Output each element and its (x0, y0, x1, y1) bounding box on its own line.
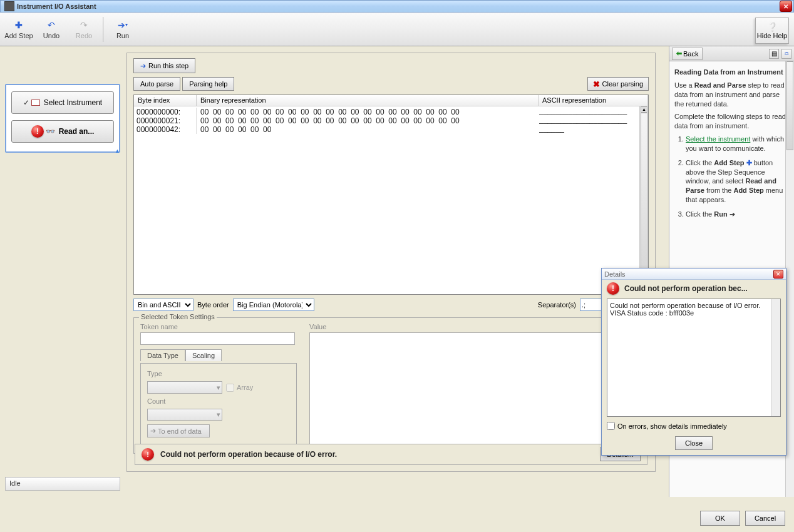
help-text: from the (706, 187, 733, 194)
token-settings-legend: Selected Token Settings (139, 313, 217, 320)
details-checkbox[interactable] (607, 422, 615, 430)
byte-order-label: Byte order (197, 301, 229, 309)
to-end-arrow-icon: ➔ (150, 427, 156, 435)
help-text: Click the (686, 159, 714, 166)
back-label: Back (683, 50, 698, 58)
help-text: Complete the following steps to read dat… (674, 112, 789, 131)
details-close-button[interactable]: ✕ (773, 270, 783, 279)
array-checkbox-label[interactable]: Array (226, 384, 253, 392)
details-dialog: Details ✕ ! Could not perform operation … (601, 268, 786, 456)
hex-index: 0000000042: (134, 125, 197, 134)
details-textarea[interactable]: Could not perform operation because of I… (607, 299, 781, 417)
undo-icon: ↶ (46, 19, 57, 31)
add-step-button[interactable]: ✚ Add Step (4, 14, 34, 44)
plus-icon: ✚ (746, 159, 754, 166)
help-step-2: Click the Add Step ✚ button above the St… (686, 158, 789, 205)
step-select-instrument[interactable]: ✓ Select Instrument (11, 91, 114, 114)
ok-button[interactable]: OK (700, 511, 740, 526)
help-bold: Read and Parse (694, 81, 746, 89)
clear-parsing-label: Clear parsing (602, 80, 643, 88)
col-binary: Binary representation (197, 95, 539, 106)
parsing-help-label: Parsing help (189, 80, 227, 88)
hex-index: 0000000021: (134, 116, 197, 125)
view-mode-select[interactable]: Bin and ASCII (133, 299, 193, 311)
view-row: Bin and ASCII Byte order Big Endian (Mot… (133, 299, 649, 311)
scroll-thumb[interactable] (641, 113, 647, 287)
help-heading: Reading Data from an Instrument (674, 68, 783, 76)
step-sequence: ✓ Select Instrument ! 👓 Read an... (5, 84, 120, 153)
type-select[interactable]: ▾ (147, 381, 222, 394)
window-close-button[interactable]: ✕ (780, 1, 792, 12)
hex-body[interactable]: 0000000000: 00 00 00 00 00 00 00 00 00 0… (134, 106, 648, 294)
instrument-icon (31, 100, 40, 106)
help-back-button[interactable]: ⬅ Back (672, 48, 703, 60)
to-end-of-data-button[interactable]: ➔ To end of data (147, 424, 210, 437)
checkmark-icon: ✓ (23, 98, 29, 107)
hex-index: 0000000000: (134, 108, 197, 116)
help-collapse-icon[interactable]: ≏ (781, 49, 791, 59)
details-title: Details (604, 270, 626, 278)
help-header: ⬅ Back ▤ ≏ (669, 46, 794, 61)
hex-scrollbar[interactable]: ▲ ▼ (639, 106, 648, 294)
ascii-row: _____________________ (539, 106, 639, 115)
run-this-step-button[interactable]: ➔ Run this step (133, 58, 195, 73)
step-read-and-parse[interactable]: ! 👓 Read an... (11, 120, 114, 143)
count-select[interactable]: ▾ (147, 409, 222, 421)
hide-help-button[interactable]: ❔ Hide Help (755, 18, 789, 44)
help-text: Use a (674, 81, 694, 89)
array-checkbox[interactable] (226, 384, 234, 392)
scroll-up-icon[interactable]: ▲ (641, 106, 647, 113)
details-check-label: On errors, show details immediately (617, 422, 727, 430)
clear-parsing-button[interactable]: ✖ Clear parsing (587, 77, 649, 91)
details-on-errors-checkbox[interactable]: On errors, show details immediately (602, 418, 786, 434)
window-title: Instrument I/O Assistant (17, 3, 780, 10)
details-footer: Close (602, 434, 786, 455)
help-index-icon[interactable]: ▤ (769, 49, 779, 59)
link-select-instrument[interactable]: Select the instrument (686, 135, 750, 143)
col-ascii: ASCII representation (539, 95, 648, 106)
toolbar-separator (103, 17, 104, 42)
token-settings-group: Selected Token Settings Token name Data … (133, 317, 649, 454)
redo-button: ↷ Redo (69, 14, 99, 44)
help-text: Click the (686, 210, 714, 218)
clear-x-icon: ✖ (593, 79, 600, 89)
help-scrollbar[interactable] (785, 61, 794, 497)
help-icon: ❔ (767, 22, 778, 32)
details-line: VISA Status code : bfff003e (610, 309, 778, 317)
tab-data-type[interactable]: Data Type (140, 349, 185, 361)
parsing-help-button[interactable]: Parsing help (182, 77, 234, 91)
value-label: Value (309, 323, 647, 330)
help-step-1: Select the instrument with which you wan… (686, 135, 789, 153)
redo-icon: ↷ (78, 19, 90, 31)
token-name-label: Token name (140, 323, 297, 330)
hex-panel: Byte index Binary representation ASCII r… (133, 95, 649, 295)
undo-button[interactable]: ↶ Undo (36, 14, 66, 44)
details-close-ok-button[interactable]: Close (675, 436, 713, 450)
details-heading: Could not perform operation bec... (624, 284, 748, 293)
details-header: ! Could not perform operation bec... (602, 280, 786, 297)
auto-parse-label: Auto parse (140, 80, 173, 88)
error-bar: ! Could not perform operation because of… (135, 444, 647, 465)
titlebar: Instrument I/O Assistant ✕ (0, 0, 794, 13)
run-arrow-icon: ➔▾ (117, 19, 128, 31)
byte-order-select[interactable]: Big Endian (Motorola) (233, 299, 314, 311)
scroll-thumb[interactable] (786, 61, 793, 150)
details-scrollbar[interactable] (771, 299, 780, 416)
help-body: Reading Data from an Instrument Use a Re… (669, 61, 794, 230)
tab-scaling[interactable]: Scaling (185, 349, 222, 361)
help-bold: Add Step (733, 187, 763, 194)
main-toolbar: ✚ Add Step ↶ Undo ↷ Redo ➔▾ Run ❔ Hide H… (0, 13, 794, 46)
count-label: Count (147, 397, 290, 405)
token-name-input[interactable] (140, 332, 295, 345)
cancel-button[interactable]: Cancel (745, 511, 785, 526)
to-end-label: To end of data (158, 427, 202, 435)
auto-parse-button[interactable]: Auto parse (133, 77, 180, 91)
redo-label: Redo (76, 32, 92, 39)
data-type-panel: Type ▾ Array Count ▾ ➔ (140, 363, 297, 444)
step-read-icons: ! 👓 (31, 125, 55, 138)
help-bold: Add Step (714, 159, 744, 166)
run-button[interactable]: ➔▾ Run (108, 14, 138, 44)
col-byte-index: Byte index (134, 95, 197, 106)
separator-label: Separator(s) (538, 301, 576, 309)
type-label: Type (147, 370, 290, 377)
